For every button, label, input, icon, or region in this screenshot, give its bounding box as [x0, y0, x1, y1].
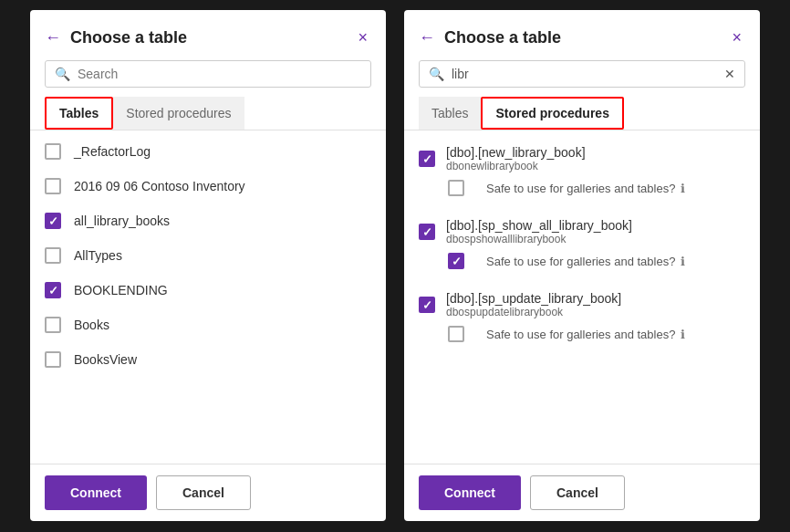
- sp-subname: dbospshowalllibrarybook: [446, 233, 632, 245]
- left-search-icon: 🔍: [55, 67, 70, 81]
- right-search-icon: 🔍: [429, 67, 444, 81]
- right-tab-tables[interactable]: Tables: [419, 97, 481, 130]
- table-row[interactable]: Books: [30, 308, 386, 342]
- safe-row[interactable]: Safe to use for galleries and tables?ℹ: [419, 176, 745, 203]
- right-items-list: [dbo].[new_library_book]dbonewlibraryboo…: [404, 130, 760, 357]
- left-back-arrow[interactable]: ←: [45, 28, 61, 47]
- left-panel: ← Choose a table × 🔍 Tables Stored proce…: [30, 10, 386, 521]
- checkbox[interactable]: [45, 213, 61, 229]
- sp-main-row[interactable]: [dbo].[new_library_book]dbonewlibraryboo…: [419, 141, 745, 176]
- sp-checkbox[interactable]: [419, 297, 435, 313]
- item-label: BOOKLENDING: [74, 283, 168, 297]
- sp-subname: dbonewlibrarybook: [446, 160, 586, 172]
- info-icon: ℹ: [681, 255, 685, 268]
- right-search-clear-button[interactable]: ✕: [724, 67, 735, 81]
- info-icon: ℹ: [681, 328, 685, 341]
- item-label: Books: [74, 318, 109, 332]
- right-tabs-container: Tables Stored procedures: [404, 97, 760, 130]
- sp-checkbox[interactable]: [419, 224, 435, 240]
- checkbox[interactable]: [45, 247, 61, 264]
- right-panel-footer: Connect Cancel: [404, 464, 760, 521]
- right-close-button[interactable]: ×: [728, 26, 745, 49]
- left-search-wrapper: 🔍: [45, 60, 371, 88]
- table-row[interactable]: _RefactorLog: [30, 134, 386, 169]
- item-label: BooksView: [74, 352, 137, 367]
- sp-name: [dbo].[sp_update_library_book]: [446, 291, 621, 306]
- left-panel-title: Choose a table: [70, 28, 354, 47]
- table-row[interactable]: 2016 09 06 Contoso Inventory: [30, 169, 386, 203]
- table-row[interactable]: BooksView: [30, 342, 386, 377]
- item-label: _RefactorLog: [74, 144, 151, 159]
- safe-label: Safe to use for galleries and tables?: [486, 255, 675, 268]
- sp-checkbox[interactable]: [419, 151, 435, 167]
- item-label: 2016 09 06 Contoso Inventory: [74, 179, 245, 193]
- right-connect-button[interactable]: Connect: [419, 475, 521, 510]
- sp-name: [dbo].[sp_show_all_library_book]: [446, 218, 632, 233]
- left-search-container: 🔍: [30, 60, 386, 97]
- right-panel-header: ← Choose a table ×: [404, 10, 760, 60]
- right-back-arrow[interactable]: ←: [419, 28, 435, 47]
- info-icon: ℹ: [681, 182, 685, 195]
- left-tab-stored-procedures[interactable]: Stored procedures: [113, 97, 244, 130]
- left-tabs-container: Tables Stored procedures: [30, 97, 386, 130]
- sp-info: [dbo].[sp_update_library_book]dbospupdat…: [446, 291, 621, 318]
- safe-row[interactable]: Safe to use for galleries and tables?ℹ: [419, 322, 745, 349]
- table-row[interactable]: AllTypes: [30, 238, 386, 273]
- checkbox[interactable]: [45, 143, 61, 160]
- right-tab-stored-procedures[interactable]: Stored procedures: [481, 97, 623, 130]
- checkbox[interactable]: [45, 317, 61, 333]
- right-items-wrapper: [dbo].[new_library_book]dbonewlibraryboo…: [404, 130, 760, 464]
- panels-container: ← Choose a table × 🔍 Tables Stored proce…: [0, 0, 790, 532]
- left-tab-tables[interactable]: Tables: [45, 97, 113, 130]
- right-search-input[interactable]: [452, 67, 724, 81]
- sp-item: [dbo].[new_library_book]dbonewlibraryboo…: [404, 134, 760, 207]
- sp-subname: dbospupdatelibrarybook: [446, 306, 621, 318]
- item-label: all_library_books: [74, 214, 170, 228]
- safe-checkbox[interactable]: [448, 253, 464, 269]
- right-search-container: 🔍 ✕: [404, 60, 760, 97]
- checkbox[interactable]: [45, 351, 61, 368]
- left-close-button[interactable]: ×: [354, 26, 371, 49]
- left-panel-header: ← Choose a table ×: [30, 10, 386, 60]
- item-label: AllTypes: [74, 248, 122, 263]
- right-search-wrapper: 🔍 ✕: [419, 60, 745, 88]
- sp-item: [dbo].[sp_update_library_book]dbospupdat…: [404, 280, 760, 353]
- sp-main-row[interactable]: [dbo].[sp_update_library_book]dbospupdat…: [419, 287, 745, 322]
- table-row[interactable]: all_library_books: [30, 203, 386, 238]
- right-panel: ← Choose a table × 🔍 ✕ Tables Stored pro…: [404, 10, 760, 521]
- sp-name: [dbo].[new_library_book]: [446, 145, 586, 160]
- left-search-input[interactable]: [78, 67, 361, 81]
- checkbox[interactable]: [45, 282, 61, 298]
- right-cancel-button[interactable]: Cancel: [530, 475, 625, 510]
- left-cancel-button[interactable]: Cancel: [156, 475, 251, 510]
- left-connect-button[interactable]: Connect: [45, 475, 147, 510]
- left-items-list: _RefactorLog2016 09 06 Contoso Inventory…: [30, 130, 386, 381]
- sp-main-row[interactable]: [dbo].[sp_show_all_library_book]dbospsho…: [419, 214, 745, 249]
- right-panel-title: Choose a table: [444, 28, 728, 47]
- sp-info: [dbo].[sp_show_all_library_book]dbospsho…: [446, 218, 632, 245]
- safe-label: Safe to use for galleries and tables?: [486, 182, 675, 195]
- safe-checkbox[interactable]: [448, 180, 464, 196]
- checkbox[interactable]: [45, 178, 61, 194]
- safe-row[interactable]: Safe to use for galleries and tables?ℹ: [419, 249, 745, 276]
- left-panel-footer: Connect Cancel: [30, 464, 386, 521]
- table-row[interactable]: BOOKLENDING: [30, 273, 386, 308]
- sp-info: [dbo].[new_library_book]dbonewlibraryboo…: [446, 145, 586, 172]
- safe-checkbox[interactable]: [448, 326, 464, 342]
- safe-label: Safe to use for galleries and tables?: [486, 328, 675, 341]
- left-items-wrapper: _RefactorLog2016 09 06 Contoso Inventory…: [30, 130, 386, 464]
- sp-item: [dbo].[sp_show_all_library_book]dbospsho…: [404, 207, 760, 280]
